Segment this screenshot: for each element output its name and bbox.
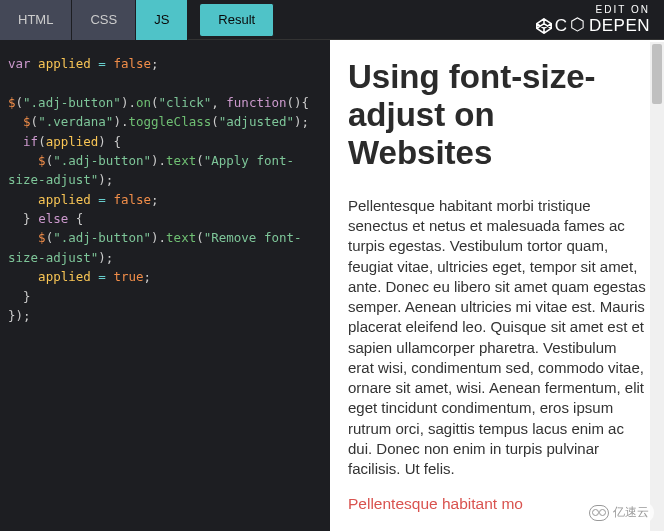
- tab-html[interactable]: HTML: [0, 0, 72, 40]
- watermark-text: 亿速云: [613, 504, 649, 521]
- tab-bar: HTML CSS JS Result EDIT ON C⬡DEPEN: [0, 0, 664, 40]
- scrollbar-track[interactable]: [650, 42, 664, 531]
- codepen-logo: C⬡DEPEN: [536, 15, 660, 38]
- code-editor[interactable]: var applied = false; $(".adj-button").on…: [0, 40, 330, 531]
- result-heading: Using font-size-adjust on Websites: [348, 58, 646, 172]
- watermark: 亿速云: [584, 502, 654, 523]
- watermark-icon: [589, 505, 609, 521]
- codepen-cube-icon: [536, 18, 552, 34]
- tab-css[interactable]: CSS: [72, 0, 136, 40]
- edit-on-label: EDIT ON: [596, 1, 660, 15]
- scrollbar-thumb[interactable]: [652, 44, 662, 104]
- workspace: var applied = false; $(".adj-button").on…: [0, 40, 664, 531]
- tab-js[interactable]: JS: [136, 0, 188, 40]
- result-paragraph: Pellentesque habitant morbi tristique se…: [348, 196, 646, 480]
- tab-result[interactable]: Result: [200, 4, 274, 36]
- codepen-link[interactable]: EDIT ON C⬡DEPEN: [536, 1, 664, 38]
- result-panel: Using font-size-adjust on Websites Pelle…: [330, 40, 664, 531]
